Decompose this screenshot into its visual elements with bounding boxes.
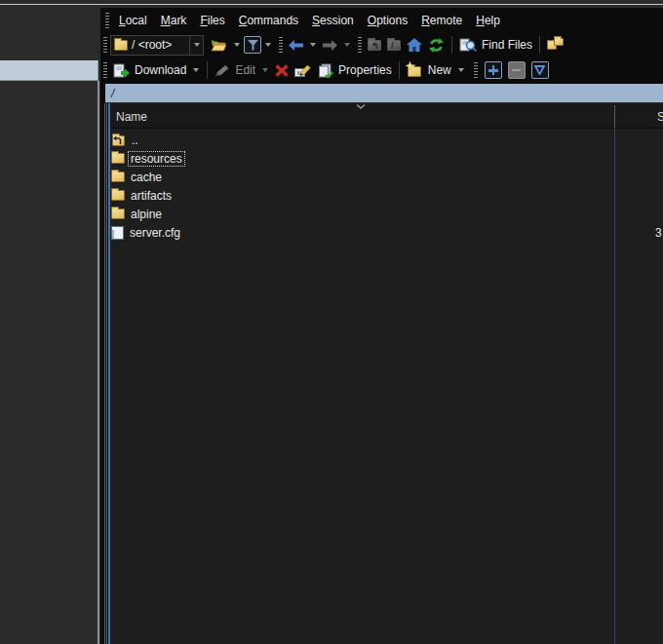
chevron-down-icon[interactable] — [262, 68, 268, 72]
toolbar-separator — [539, 36, 540, 54]
delete-x-icon — [275, 64, 289, 77]
rename-button[interactable]: x — [292, 59, 315, 81]
open-folder-icon — [211, 39, 227, 52]
chevron-down-icon[interactable] — [193, 68, 199, 72]
refresh-icon — [428, 38, 445, 53]
menu-local[interactable]: Local — [112, 11, 154, 30]
file-row-cache[interactable]: cache — [110, 168, 663, 186]
synchronize-browsing-button[interactable] — [544, 34, 567, 56]
file-name: .. — [129, 133, 141, 148]
menu-options[interactable]: Options — [361, 11, 414, 30]
menu-files[interactable]: Files — [193, 11, 231, 30]
folder-icon — [114, 40, 128, 51]
parent-folder-icon — [111, 133, 126, 147]
toolbar-grip[interactable] — [103, 37, 107, 53]
new-button[interactable]: New — [404, 59, 454, 81]
menu-bar: Local Mark Files Commands Session Option… — [100, 8, 663, 32]
find-files-icon — [459, 38, 477, 53]
address-bar[interactable]: / — [105, 84, 663, 103]
root-directory-icon: / — [387, 40, 401, 51]
chevron-down-icon[interactable] — [234, 43, 240, 47]
file-row-alpine[interactable]: alpine — [110, 205, 663, 223]
chevron-down-icon[interactable] — [265, 43, 271, 47]
root-directory-button[interactable]: / — [384, 34, 404, 56]
toolbar-grip[interactable] — [279, 37, 283, 53]
menu-commands[interactable]: Commands — [232, 11, 305, 30]
delete-button[interactable] — [272, 59, 292, 81]
refresh-button[interactable] — [425, 34, 448, 56]
menu-remote[interactable]: Remote — [414, 11, 469, 30]
commands-toolbar: Download Edit x — [100, 57, 663, 83]
parent-directory-button[interactable]: ↰ — [365, 34, 384, 56]
toolbar-separator — [451, 36, 452, 54]
chevron-down-icon[interactable] — [310, 43, 316, 47]
sort-indicator-icon — [355, 103, 367, 110]
properties-label: Properties — [338, 63, 392, 77]
file-name: alpine — [128, 207, 165, 222]
panel-border — [106, 103, 107, 644]
file-size: 3 — [655, 226, 662, 240]
forward-button[interactable] — [320, 34, 340, 56]
navigation-toolbar: / <root> — [100, 32, 663, 57]
file-rows: .. resources cache artifacts — [110, 131, 663, 242]
download-icon — [113, 63, 130, 78]
path-combo-dropdown[interactable] — [189, 36, 203, 55]
list-header: Name S — [110, 103, 663, 129]
screen: Local Mark Files Commands Session Option… — [0, 0, 663, 644]
folder-icon — [111, 171, 125, 182]
unselect-files-button[interactable] — [508, 61, 526, 79]
open-directory-button[interactable] — [208, 34, 230, 56]
find-files-button[interactable]: Find Files — [456, 34, 535, 56]
invert-selection-icon — [534, 65, 545, 75]
path-combo[interactable]: / <root> — [110, 35, 204, 56]
toolbar-separator — [399, 61, 400, 79]
find-files-label: Find Files — [482, 38, 532, 52]
back-arrow-icon — [289, 40, 303, 51]
file-row-resources[interactable]: resources — [110, 149, 663, 168]
filter-icon — [248, 40, 258, 51]
properties-icon — [318, 63, 333, 78]
current-path: / — [105, 87, 114, 100]
file-icon — [111, 226, 124, 240]
rename-icon: x — [294, 63, 312, 77]
file-row-artifacts[interactable]: artifacts — [110, 186, 663, 205]
new-label: New — [428, 63, 451, 77]
menu-help[interactable]: Help — [469, 11, 507, 30]
download-label: Download — [135, 63, 186, 77]
toolbar-grip[interactable] — [358, 37, 362, 53]
file-list: Name S — [108, 103, 663, 644]
home-directory-button[interactable] — [404, 34, 425, 56]
select-files-button[interactable] — [485, 61, 502, 79]
background-window-border — [98, 81, 99, 644]
download-button[interactable]: Download — [110, 59, 189, 81]
file-name: artifacts — [128, 188, 175, 204]
invert-selection-button[interactable] — [531, 61, 549, 79]
toolbar-grip[interactable] — [474, 62, 478, 78]
back-button[interactable] — [286, 34, 306, 56]
properties-button[interactable]: Properties — [315, 59, 395, 81]
toolbar-grip[interactable] — [103, 62, 107, 78]
column-header-name[interactable]: Name — [116, 110, 147, 124]
path-combo-value[interactable]: / <root> — [128, 38, 189, 52]
chevron-down-icon — [194, 43, 200, 47]
edit-button[interactable]: Edit — [212, 59, 258, 81]
column-divider[interactable] — [614, 105, 615, 129]
chevron-down-icon[interactable] — [458, 68, 464, 72]
folder-icon — [111, 208, 125, 219]
folder-icon — [111, 190, 125, 201]
panel-border — [104, 103, 105, 644]
chevron-down-icon[interactable] — [344, 43, 350, 47]
menubar-grip[interactable] — [105, 13, 109, 28]
edit-pencil-icon — [214, 64, 230, 77]
column-header-size[interactable]: S — [657, 110, 663, 124]
background-window-edge — [0, 4, 663, 5]
home-icon — [407, 38, 422, 52]
select-plus-icon — [488, 65, 498, 75]
file-name: cache — [128, 170, 165, 185]
file-row-parent[interactable]: .. — [110, 131, 663, 149]
file-row-server-cfg[interactable]: server.cfg 3 — [110, 223, 663, 242]
file-manager-window: Local Mark Files Commands Session Option… — [100, 8, 663, 644]
menu-mark[interactable]: Mark — [154, 11, 194, 30]
filter-button[interactable] — [244, 36, 261, 54]
menu-session[interactable]: Session — [305, 11, 361, 30]
